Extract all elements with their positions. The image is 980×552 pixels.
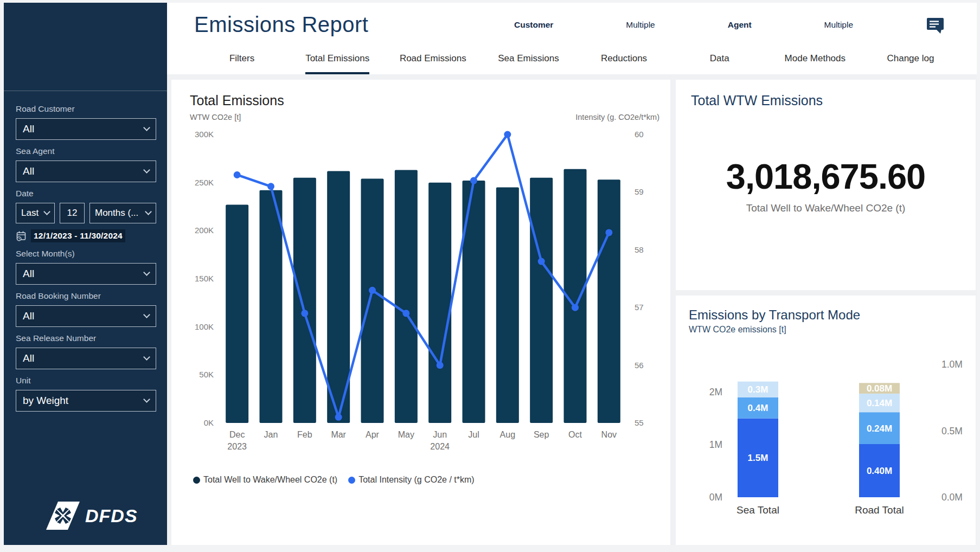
x-axis-label: Oct (568, 430, 582, 439)
stack-left-axis-tick: 1M (709, 439, 722, 450)
intensity-point-Jul[interactable] (470, 177, 477, 184)
date-range-value: 12/1/2023 - 11/30/2024 (31, 229, 125, 242)
segment-label: 0.4M (748, 403, 768, 413)
date-range-row: 12/1/2023 - 11/30/2024 (16, 229, 156, 242)
bar-Jun[interactable] (428, 183, 451, 423)
left-axis-tick: 150K (195, 274, 214, 283)
right-axis-tick: 55 (635, 418, 644, 427)
bar-Dec[interactable] (226, 204, 248, 423)
unit-value: by Weight (23, 395, 68, 407)
report-tabs: Filters Total Emissions Road Emissions S… (194, 53, 958, 74)
bar-Jan[interactable] (260, 190, 283, 423)
x-axis-label: May (398, 430, 414, 439)
segment-label: 0.24M (867, 423, 892, 434)
intensity-line (237, 134, 609, 417)
stack-left-axis-tick: 0M (709, 492, 722, 503)
bar-Feb[interactable] (293, 178, 316, 423)
calendar-clock-icon (16, 230, 27, 241)
intensity-point-Mar[interactable] (335, 414, 342, 421)
intensity-point-Jun[interactable] (437, 362, 444, 369)
segment-label: 0.08M (867, 383, 892, 394)
x-axis-year-label: 2024 (430, 442, 450, 451)
date-count-input[interactable]: 12 (60, 203, 85, 223)
legend-dot-navy (193, 477, 200, 484)
chevron-down-icon (143, 269, 150, 276)
legend-item-bars[interactable]: Total Well to Wake/Wheel CO2e (t) (193, 475, 337, 485)
unit-dropdown[interactable]: by Weight (16, 390, 156, 412)
bar-Sep[interactable] (530, 178, 553, 423)
road-booking-dropdown[interactable]: All (16, 305, 156, 327)
filter-sidebar: Road Customer All Sea Agent All Date Las… (4, 3, 167, 545)
customer-label: Customer (514, 20, 553, 30)
intensity-point-May[interactable] (402, 310, 409, 317)
x-axis-label: Feb (297, 430, 312, 439)
tab-change-log[interactable]: Change log (863, 53, 958, 74)
tab-data[interactable]: Data (672, 53, 767, 74)
chevron-down-icon (143, 396, 150, 403)
sea-agent-value: All (23, 165, 34, 177)
date-mode-dropdown[interactable]: Last (16, 203, 55, 223)
total-wtw-emissions-card: Total WTW Emissions 3,018,675.60 Total W… (676, 80, 976, 290)
legend-label-bars: Total Well to Wake/Wheel CO2e (t) (203, 475, 337, 485)
emissions-by-mode-card: Emissions by Transport Mode WTW CO2e emi… (676, 296, 976, 545)
intensity-point-Sep[interactable] (538, 258, 545, 265)
tab-filters[interactable]: Filters (194, 53, 290, 74)
dfds-flag-icon (46, 500, 80, 531)
tab-road-emissions[interactable]: Road Emissions (385, 53, 481, 74)
date-unit-value: Months (... (95, 208, 138, 219)
intensity-point-Dec[interactable] (234, 171, 241, 178)
tab-sea-emissions[interactable]: Sea Emissions (481, 53, 576, 74)
intensity-point-Jan[interactable] (267, 183, 274, 190)
select-months-value: All (23, 268, 34, 280)
tab-reductions[interactable]: Reductions (577, 53, 672, 74)
app-frame: Road Customer All Sea Agent All Date Las… (0, 0, 980, 552)
stack-right-axis-tick: 0.5M (941, 426, 963, 437)
intensity-point-Nov[interactable] (605, 229, 612, 236)
sea-release-dropdown[interactable]: All (16, 348, 156, 369)
stack-category-label: Road Total (855, 504, 904, 516)
bar-Apr[interactable] (361, 179, 384, 423)
bar-Nov[interactable] (598, 179, 620, 423)
total-emissions-chart-card: Total Emissions WTW CO2e [t] Intensity (… (171, 80, 670, 545)
agent-value[interactable]: Multiple (824, 20, 853, 30)
sidebar-filters: Road Customer All Sea Agent All Date Las… (4, 91, 167, 412)
combo-bar-line-chart: 0K50K100K150K200K250K300K555657585960Dec… (190, 121, 659, 470)
intensity-point-Apr[interactable] (369, 287, 376, 294)
select-months-dropdown[interactable]: All (16, 263, 156, 285)
date-unit-dropdown[interactable]: Months (... (89, 203, 156, 223)
right-axis-tick: 60 (635, 130, 644, 139)
x-axis-label: Jun (433, 430, 447, 439)
bar-Aug[interactable] (496, 188, 519, 423)
comments-icon[interactable] (926, 16, 945, 34)
bar-May[interactable] (395, 170, 418, 423)
dfds-logo-text: DFDS (85, 505, 138, 527)
segment-label: 1.5M (748, 453, 768, 463)
legend-item-line[interactable]: Total Intensity (g CO2e / t*km) (348, 475, 474, 485)
road-customer-dropdown[interactable]: All (16, 118, 156, 140)
chevron-down-icon (143, 311, 150, 318)
intensity-point-Feb[interactable] (301, 310, 308, 317)
road-booking-label: Road Booking Number (16, 291, 156, 301)
stack-category-label: Sea Total (736, 504, 779, 516)
bar-Jul[interactable] (463, 181, 485, 423)
dashboard-content: Total Emissions WTW CO2e [t] Intensity (… (167, 74, 977, 545)
date-count-value: 12 (67, 208, 78, 219)
sea-agent-dropdown[interactable]: All (16, 161, 156, 182)
kpi-caption: Total Well to Wake/Wheel CO2e (t) (691, 202, 960, 214)
tab-total-emissions[interactable]: Total Emissions (290, 53, 385, 74)
tab-mode-methods[interactable]: Mode Methods (767, 53, 863, 74)
intensity-point-Aug[interactable] (504, 131, 511, 138)
left-axis-title: WTW CO2e [t] (190, 113, 241, 121)
x-axis-label: Jan (264, 430, 278, 439)
customer-value[interactable]: Multiple (626, 20, 655, 30)
kpi-value: 3,018,675.60 (691, 156, 960, 197)
x-axis-year-label: 2023 (227, 442, 247, 451)
left-axis-tick: 200K (195, 226, 214, 235)
date-label: Date (16, 189, 156, 198)
agent-label: Agent (728, 20, 752, 30)
select-months-label: Select Month(s) (16, 249, 156, 259)
left-axis-tick: 50K (199, 370, 214, 379)
right-axis-tick: 58 (635, 245, 644, 254)
chart-legend: Total Well to Wake/Wheel CO2e (t) Total … (193, 475, 659, 485)
intensity-point-Oct[interactable] (572, 304, 579, 311)
